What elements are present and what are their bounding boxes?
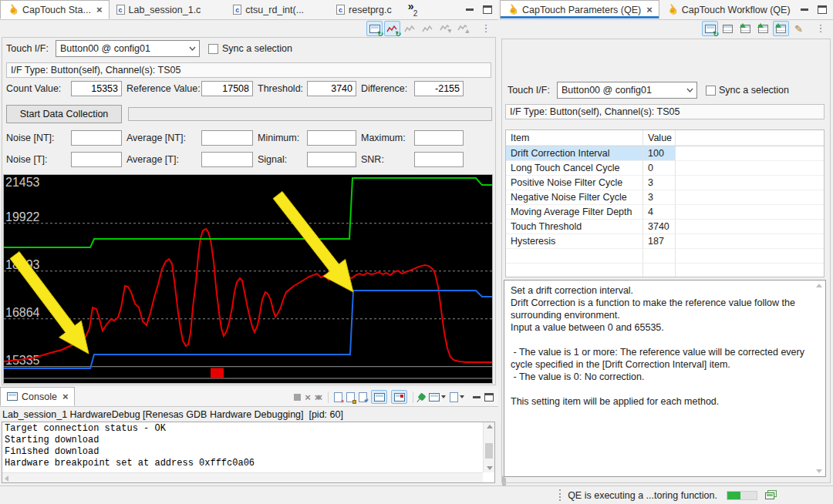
average-t-field[interactable] bbox=[201, 152, 253, 167]
show-stdout-icon[interactable] bbox=[371, 390, 387, 404]
maximum-label: Maximum: bbox=[361, 133, 414, 143]
signal-field[interactable] bbox=[307, 152, 356, 167]
qe-hand-icon: ☝ bbox=[664, 2, 680, 17]
open-console-icon[interactable] bbox=[450, 392, 464, 402]
scroll-left-icon[interactable] bbox=[5, 475, 8, 482]
start-data-collection-button[interactable]: Start Data Collection bbox=[6, 105, 122, 123]
count-value-field[interactable] bbox=[71, 81, 122, 96]
console-output[interactable]: Target connection status - OKStarting do… bbox=[2, 422, 495, 483]
graph-import-icon[interactable] bbox=[455, 21, 471, 36]
average-nt-field[interactable] bbox=[201, 130, 253, 146]
close-icon[interactable]: × bbox=[645, 4, 653, 15]
minimize-icon[interactable] bbox=[801, 8, 808, 11]
scrollbar-thumb[interactable] bbox=[485, 443, 493, 459]
c-file-icon: c bbox=[336, 5, 345, 15]
reference-value-field[interactable] bbox=[201, 81, 253, 96]
threshold-field[interactable] bbox=[307, 81, 356, 96]
tab-captouch-status[interactable]: ☝ CapTouch Sta... × bbox=[0, 0, 110, 19]
minimize-icon[interactable] bbox=[466, 8, 474, 11]
remove-launch-icon[interactable]: × bbox=[305, 393, 311, 402]
sync-selection-checkbox[interactable] bbox=[208, 44, 218, 54]
write-parameters-icon[interactable] bbox=[755, 21, 771, 36]
console-stack-icon[interactable] bbox=[765, 490, 777, 500]
graph-disabled-icon-2[interactable] bbox=[420, 21, 436, 36]
maximize-icon[interactable] bbox=[483, 5, 492, 14]
remove-all-terminated-icon[interactable]: ×× bbox=[315, 393, 322, 402]
param-value-cell: 3740 bbox=[643, 220, 676, 234]
console-panel: Console × × ×× × ↵ bbox=[0, 388, 498, 485]
captouch-parameters-view: ☝ CapTouch Parameters (QE) × ☝ CapTouch … bbox=[500, 0, 833, 486]
param-row[interactable]: Negative Noise Filter Cycle3 bbox=[506, 190, 824, 205]
status-monitor-toolbar: ↻ ↻ ⋮ bbox=[0, 20, 494, 37]
param-row-empty[interactable] bbox=[506, 249, 824, 264]
read-parameters-icon[interactable] bbox=[737, 21, 754, 36]
close-icon[interactable]: × bbox=[61, 391, 69, 402]
minimize-icon[interactable] bbox=[473, 396, 481, 398]
touch-if-combo[interactable]: Button00 @ config01 bbox=[557, 82, 697, 99]
sync-selection-checkbox[interactable] bbox=[706, 86, 716, 96]
parameter-description-box: Set a drift correction interval. Drift C… bbox=[504, 280, 826, 477]
noise-t-field[interactable] bbox=[71, 152, 122, 167]
param-filler-cell bbox=[676, 220, 824, 234]
console-lines: Target connection status - OKStarting do… bbox=[5, 423, 481, 472]
maximize-icon[interactable] bbox=[818, 5, 827, 14]
maximum-field[interactable] bbox=[414, 130, 464, 146]
param-table-icon[interactable] bbox=[720, 21, 736, 36]
param-row-empty[interactable] bbox=[506, 264, 824, 277]
pin-console-icon[interactable] bbox=[417, 392, 426, 401]
minimum-label: Minimum: bbox=[258, 133, 307, 143]
snr-field[interactable] bbox=[414, 152, 464, 167]
minimum-field[interactable] bbox=[307, 130, 356, 146]
touch-if-combo[interactable]: Button00 @ config01 bbox=[56, 40, 200, 57]
param-row[interactable]: Hysteresis187 bbox=[506, 234, 824, 249]
tab-overflow-indicator[interactable]: » 2 bbox=[408, 2, 418, 18]
view-menu-icon[interactable]: ⋮ bbox=[812, 21, 828, 36]
threshold-label: Threshold: bbox=[258, 83, 307, 94]
refresh-icon: ↻ bbox=[713, 30, 719, 38]
param-row[interactable]: Long Touch Cancel Cycle0 bbox=[506, 161, 824, 176]
scroll-up-icon[interactable] bbox=[487, 425, 493, 428]
sync-graph-icon[interactable]: ↻ bbox=[384, 21, 400, 36]
count-value-label: Count Value: bbox=[6, 83, 71, 94]
statusbar-grip[interactable] bbox=[559, 489, 562, 501]
display-console-icon[interactable] bbox=[429, 393, 446, 402]
reference-value-label: Reference Value: bbox=[126, 83, 201, 94]
close-icon[interactable]: × bbox=[95, 4, 103, 15]
tab-resetprg[interactable]: c resetprg.c bbox=[329, 0, 399, 19]
show-stderr-icon[interactable] bbox=[391, 390, 407, 404]
graph-export-icon[interactable] bbox=[437, 21, 454, 36]
tab-captouch-parameters[interactable]: ☝ CapTouch Parameters (QE) × bbox=[500, 0, 659, 19]
status-chart-svg: 2145319922183931686415335 bbox=[4, 175, 492, 383]
parameters-tabbar: ☝ CapTouch Parameters (QE) × ☝ CapTouch … bbox=[500, 0, 833, 20]
tab-label: CapTouch Parameters (QE) bbox=[522, 5, 641, 15]
param-row[interactable]: Touch Threshold3740 bbox=[506, 220, 824, 234]
terminate-icon[interactable] bbox=[294, 394, 301, 401]
console-line: Hardware breakpoint set at address 0xfff… bbox=[5, 458, 481, 469]
console-horizontal-scrollbar[interactable] bbox=[2, 472, 483, 482]
param-row[interactable]: Moving Average Filter Depth4 bbox=[506, 205, 824, 220]
difference-field[interactable] bbox=[414, 81, 464, 96]
scroll-down-icon[interactable] bbox=[487, 466, 493, 470]
collection-progress-bar bbox=[128, 107, 492, 121]
update-parameters-icon[interactable] bbox=[773, 21, 789, 36]
scroll-down-icon[interactable] bbox=[816, 469, 822, 473]
scroll-lock-icon[interactable] bbox=[346, 392, 355, 402]
graph-disabled-icon-1[interactable] bbox=[402, 21, 418, 36]
tab-captouch-workflow[interactable]: ☝ CapTouch Workflow (QE) bbox=[659, 0, 798, 19]
refresh-icon: ↻ bbox=[395, 30, 401, 38]
param-row[interactable]: Positive Noise Filter Cycle3 bbox=[506, 176, 824, 190]
tab-console[interactable]: Console × bbox=[0, 387, 75, 406]
tab-ctsu-rd-int[interactable]: c ctsu_rd_int(... bbox=[226, 0, 311, 19]
edit-parameters-icon[interactable]: ✎ bbox=[791, 21, 807, 36]
sync-monitor-icon[interactable]: ↻ bbox=[366, 21, 383, 36]
tab-lab-session[interactable]: c Lab_session_1.c bbox=[110, 0, 208, 19]
console-vertical-scrollbar[interactable] bbox=[483, 422, 494, 472]
noise-nt-field[interactable] bbox=[71, 130, 122, 146]
view-menu-icon[interactable]: ⋮ bbox=[477, 21, 494, 36]
clear-console-icon[interactable]: × bbox=[334, 392, 342, 402]
scroll-up-icon[interactable] bbox=[816, 284, 822, 287]
maximize-icon[interactable] bbox=[484, 393, 494, 402]
word-wrap-icon[interactable]: ↵ bbox=[359, 392, 367, 402]
sync-monitor-icon[interactable]: ↻ bbox=[702, 21, 718, 36]
param-row[interactable]: Drift Correction Interval100 bbox=[506, 146, 824, 161]
